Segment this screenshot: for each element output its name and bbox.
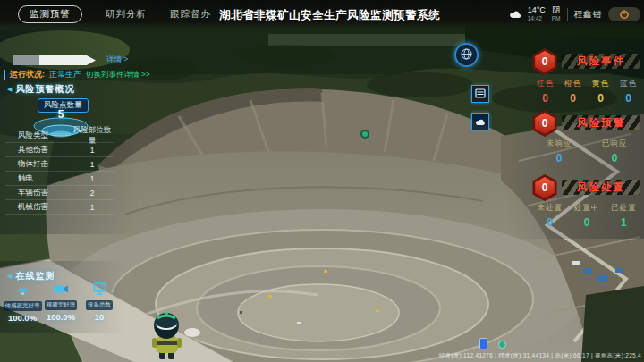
- risk-overview-header: ◀ 风险预警概况: [7, 83, 74, 96]
- collapse-left-icon[interactable]: ◀: [7, 273, 12, 280]
- weather-period: PM: [552, 15, 561, 21]
- device-stat[interactable]: 设备总数 10: [82, 282, 116, 323]
- risk-warning-panel: 0 风险预警 未响应 0 已响应 0: [531, 110, 642, 165]
- table-row[interactable]: 其他伤害 1: [5, 143, 114, 157]
- risk-warning-titlebar[interactable]: 风险预警: [562, 115, 640, 130]
- stat-orange: 橙色 0: [564, 79, 581, 105]
- tab-analysis[interactable]: 研判分析: [106, 8, 147, 21]
- stat-red: 红色 0: [537, 79, 554, 105]
- table-row[interactable]: 物体打击 1: [5, 157, 114, 172]
- stat-responded: 已响应 0: [602, 139, 628, 164]
- stat-unresponded: 未响应 0: [547, 139, 572, 164]
- video-stat[interactable]: 视频完好率 100.0%: [44, 282, 78, 323]
- switch-event-detail-link[interactable]: 切换到事件详情 >>: [86, 70, 150, 80]
- map-marker-green[interactable]: [360, 130, 369, 139]
- sensor-stat[interactable]: 传感器完好率 100.0%: [5, 282, 39, 323]
- weather-condition: 阴 PM: [552, 6, 561, 21]
- stat-label: 设备总数: [86, 300, 113, 310]
- layers-button[interactable]: [471, 85, 489, 103]
- run-status-label: 运行状况:: [10, 69, 45, 80]
- risk-disposal-panel: 0 风险处置 未处置 0 处置中 0 已处置 1: [531, 174, 642, 230]
- stat-yellow: 黄色 0: [592, 79, 609, 105]
- risk-warning-badge: 0: [531, 110, 558, 137]
- stat-value: 10: [95, 312, 105, 322]
- risk-event-badge: 0: [531, 48, 558, 75]
- current-user: 程鑫锴: [574, 9, 603, 21]
- stat-label: 视频完好率: [45, 300, 78, 310]
- stat-undisposed: 未处置 0: [537, 203, 563, 229]
- table-row[interactable]: 机械伤害 1: [5, 200, 114, 215]
- risk-type-table: 风险类型 风险部位数量 其他伤害 1 物体打击 1 触电 1 车辆伤害 2 机械…: [5, 129, 114, 215]
- layers-icon: [475, 86, 486, 102]
- online-monitoring-header: ◀ 在线监测: [7, 270, 55, 282]
- run-status-value: 正常生产: [49, 69, 81, 80]
- table-row[interactable]: 车辆伤害 2: [5, 186, 114, 200]
- online-monitoring-items: 传感器完好率 100.0% 视频完好率 100.0% 设备总数 10: [5, 282, 116, 323]
- logout-button[interactable]: [608, 7, 640, 21]
- sensor-icon: [15, 282, 30, 299]
- stat-blue: 蓝色 0: [620, 79, 637, 105]
- divider: [567, 8, 568, 21]
- page-title: 湖北省非煤矿山安全生产风险监测预警系统: [219, 8, 440, 23]
- stat-value: 100.0%: [47, 312, 75, 322]
- video-camera-icon: [53, 282, 69, 299]
- collapse-left-icon[interactable]: ◀: [7, 86, 12, 93]
- table-row[interactable]: 触电 1: [5, 172, 114, 186]
- accent-tick: [4, 70, 5, 80]
- cloud-icon: [475, 114, 486, 130]
- stat-disposed: 已处置 1: [611, 203, 637, 229]
- stat-label: 传感器完好率: [4, 301, 42, 311]
- cloud-layer-button[interactable]: [471, 113, 489, 130]
- globe-view-button[interactable]: [454, 43, 479, 67]
- power-icon: [620, 6, 629, 22]
- cloud-weather-icon: [509, 6, 521, 22]
- weather-temp: 14°C 14:42: [528, 6, 546, 21]
- stat-value: 100.0%: [8, 313, 37, 323]
- table-header-row: 风险类型 风险部位数量: [5, 129, 114, 143]
- mascot-robot[interactable]: [145, 311, 188, 362]
- device-icon: [93, 282, 106, 299]
- tab-monitor-warning[interactable]: 监测预警: [18, 5, 82, 23]
- top-header: 监测预警 研判分析 跟踪督办 后台管理 湖北省非煤矿山安全生产风险监测预警系统 …: [0, 0, 644, 29]
- weather-time: 14:42: [528, 15, 546, 21]
- globe-icon: [461, 47, 472, 63]
- gauge-detail-link[interactable]: 详情 >: [106, 55, 128, 65]
- risk-disposal-titlebar[interactable]: 风险处置: [562, 180, 640, 195]
- tab-tracking[interactable]: 跟踪督办: [170, 8, 211, 21]
- map-marker-pin[interactable]: [479, 338, 487, 349]
- risk-event-panel: 0 风险事件 红色 0 橙色 0 黄色 0 蓝色 0: [531, 48, 642, 104]
- risk-event-titlebar[interactable]: 风险事件: [562, 54, 640, 69]
- risk-disposal-badge: 0: [531, 174, 558, 201]
- camera-coordinates: 经度(度):112.41276 | 纬度(度):31.44134 | 高(米):…: [439, 352, 641, 360]
- run-status-gauge: [13, 55, 96, 65]
- run-status-line: 运行状况: 正常生产 切换到事件详情 >>: [4, 69, 150, 80]
- stat-disposing: 处置中 0: [574, 203, 600, 229]
- map-marker-teal[interactable]: [498, 341, 506, 349]
